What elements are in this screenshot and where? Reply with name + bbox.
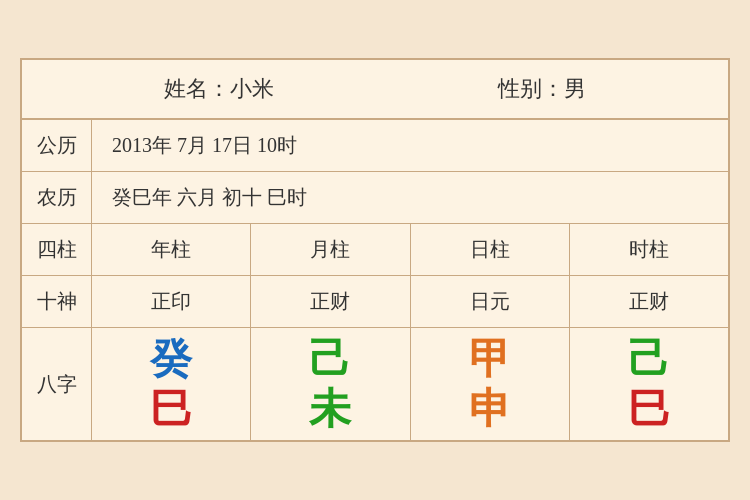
sizhu-col-1: 月柱 — [251, 224, 410, 275]
lunar-value: 癸巳年 六月 初十 巳时 — [92, 172, 728, 223]
bazi-0-top: 癸 — [150, 338, 192, 380]
shishen-col-1: 正财 — [251, 276, 410, 327]
main-container: 姓名：小米 性别：男 公历 2013年 7月 17日 10时 农历 癸巳年 六月… — [20, 58, 730, 442]
gregorian-label: 公历 — [22, 120, 92, 171]
sizhu-col-2: 日柱 — [411, 224, 570, 275]
shishen-col-3: 正财 — [570, 276, 728, 327]
sizhu-label: 四柱 — [22, 224, 92, 275]
bazi-1-bottom: 未 — [309, 388, 351, 430]
header-row: 姓名：小米 性别：男 — [22, 60, 728, 120]
bazi-0-bottom: 巳 — [150, 388, 192, 430]
gender-label: 性别：男 — [498, 74, 586, 104]
sizhu-col-3: 时柱 — [570, 224, 728, 275]
bazi-col-2: 甲 申 — [411, 328, 570, 440]
bazi-1-top: 己 — [309, 338, 351, 380]
sizhu-col-0: 年柱 — [92, 224, 251, 275]
bazi-cells: 癸 巳 己 未 甲 申 己 巳 — [92, 328, 728, 440]
bazi-col-3: 己 巳 — [570, 328, 728, 440]
name-label: 姓名：小米 — [164, 74, 274, 104]
shishen-col-2: 日元 — [411, 276, 570, 327]
bazi-col-0: 癸 巳 — [92, 328, 251, 440]
lunar-label: 农历 — [22, 172, 92, 223]
bazi-2-top: 甲 — [469, 338, 511, 380]
sizhu-cells: 年柱 月柱 日柱 时柱 — [92, 224, 728, 275]
shishen-col-0: 正印 — [92, 276, 251, 327]
bazi-3-bottom: 巳 — [628, 388, 670, 430]
bazi-row: 八字 癸 巳 己 未 甲 申 己 巳 — [22, 328, 728, 440]
bazi-3-top: 己 — [628, 338, 670, 380]
shishen-label: 十神 — [22, 276, 92, 327]
lunar-row: 农历 癸巳年 六月 初十 巳时 — [22, 172, 728, 224]
gregorian-value: 2013年 7月 17日 10时 — [92, 120, 728, 171]
bazi-label: 八字 — [22, 328, 92, 440]
shishen-cells: 正印 正财 日元 正财 — [92, 276, 728, 327]
bazi-col-1: 己 未 — [251, 328, 410, 440]
sizhu-row: 四柱 年柱 月柱 日柱 时柱 — [22, 224, 728, 276]
shishen-row: 十神 正印 正财 日元 正财 — [22, 276, 728, 328]
gregorian-row: 公历 2013年 7月 17日 10时 — [22, 120, 728, 172]
bazi-2-bottom: 申 — [469, 388, 511, 430]
